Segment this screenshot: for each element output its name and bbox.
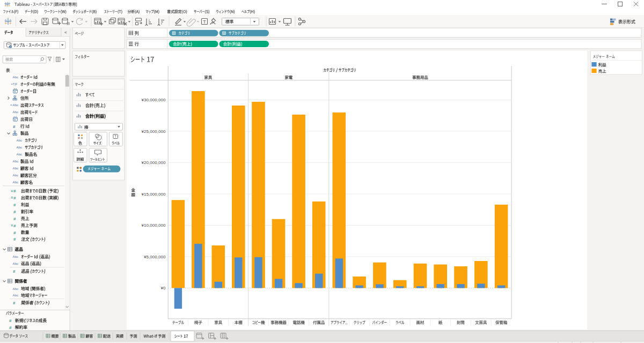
svg-text:#: # <box>13 189 16 193</box>
svg-text:Abc: Abc <box>13 159 19 163</box>
svg-text:¥20,000,000: ¥20,000,000 <box>141 160 166 165</box>
svg-text:#: # <box>13 223 16 228</box>
svg-text:#: # <box>9 325 12 330</box>
svg-text:#: # <box>13 237 16 242</box>
svg-text:=: = <box>11 189 13 193</box>
svg-text:=: = <box>11 196 13 199</box>
svg-text:¥15,000,000: ¥15,000,000 <box>141 192 166 197</box>
svg-text:#: # <box>13 230 16 235</box>
svg-text:#: # <box>13 217 16 221</box>
svg-text:Abc: Abc <box>17 145 23 149</box>
svg-text:#: # <box>13 196 16 200</box>
svg-text:#: # <box>13 301 16 305</box>
svg-text:#: # <box>13 203 16 207</box>
svg-text:=: = <box>10 103 12 107</box>
svg-text:=T|F: =T|F <box>11 83 18 86</box>
svg-text:Abc: Abc <box>13 166 19 170</box>
svg-text:¥10,000,000: ¥10,000,000 <box>141 223 166 228</box>
svg-text:Abc: Abc <box>13 262 19 265</box>
svg-text:T: T <box>114 135 116 138</box>
svg-text:Abc: Abc <box>13 173 19 177</box>
svg-text:=: = <box>11 223 13 227</box>
svg-text:¥0: ¥0 <box>160 286 166 290</box>
svg-text:Abc: Abc <box>13 293 19 297</box>
svg-text:¥5,000,000: ¥5,000,000 <box>143 255 166 259</box>
svg-text:#: # <box>9 318 12 323</box>
svg-text:T: T <box>203 19 206 25</box>
svg-text:Abc: Abc <box>13 180 19 184</box>
svg-text:Abc: Abc <box>13 103 19 107</box>
svg-text:Abc: Abc <box>13 255 19 258</box>
svg-text:#: # <box>13 210 16 214</box>
svg-text:Abc: Abc <box>13 110 19 114</box>
svg-text:¥30,000,000: ¥30,000,000 <box>141 98 166 102</box>
svg-text:Abc: Abc <box>17 138 23 142</box>
svg-text:#: # <box>13 124 16 129</box>
svg-text:Abc: Abc <box>13 287 19 290</box>
svg-text:¥25,000,000: ¥25,000,000 <box>141 129 166 134</box>
svg-text:Abc: Abc <box>13 75 19 79</box>
svg-text:Abc: Abc <box>17 152 23 156</box>
svg-text:#: # <box>13 269 16 274</box>
